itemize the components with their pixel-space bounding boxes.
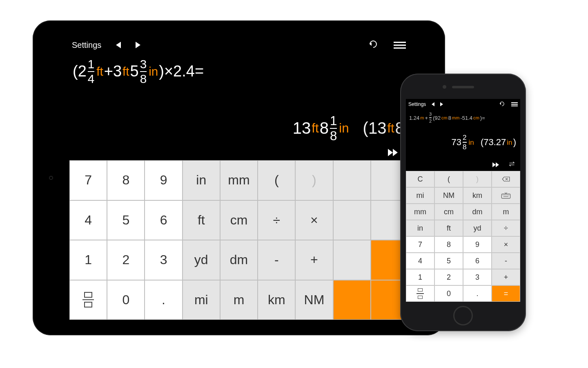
menu-icon[interactable] <box>394 42 406 49</box>
unit-in: in <box>338 121 350 136</box>
key-plus[interactable]: + <box>295 240 333 280</box>
iphone-device: Settings 1.24 m + 3 2 ( 92 cm <box>400 74 526 331</box>
expr-text: × <box>164 63 173 80</box>
key-3[interactable]: 3 <box>463 269 492 285</box>
nav-next-icon[interactable] <box>440 102 443 106</box>
key-plus[interactable]: + <box>492 269 520 285</box>
key-hidden[interactable] <box>333 200 371 240</box>
key-mm[interactable]: mm <box>406 204 434 220</box>
key-fraction[interactable] <box>406 285 434 302</box>
key-nm[interactable]: NM <box>295 280 333 320</box>
settings-button[interactable]: Settings <box>72 40 101 50</box>
key-backspace[interactable] <box>492 171 520 187</box>
expr-text: = <box>482 115 485 121</box>
key-7[interactable]: 7 <box>406 236 434 253</box>
key-mi[interactable]: mi <box>183 280 220 320</box>
key-cm[interactable]: cm <box>220 200 258 240</box>
key-2[interactable]: 2 <box>434 269 463 285</box>
fast-forward-icon[interactable] <box>492 162 499 167</box>
key-6[interactable]: 6 <box>463 253 492 269</box>
key-dm[interactable]: dm <box>463 204 492 220</box>
key-open-paren[interactable]: ( <box>258 160 295 200</box>
alt-result: ( <box>481 137 483 148</box>
result: 73 2 8 in ( 73.27 in ) <box>452 134 516 150</box>
key-0[interactable]: 0 <box>107 280 145 320</box>
key-close-paren[interactable]: ) <box>463 171 492 187</box>
iphone-home-button[interactable] <box>453 306 473 325</box>
key-cm[interactable]: cm <box>434 204 463 220</box>
key-0[interactable]: 0 <box>434 285 463 302</box>
key-1[interactable]: 1 <box>69 240 107 280</box>
key-3[interactable]: 3 <box>145 240 182 280</box>
key-fraction[interactable] <box>69 280 107 320</box>
key-decimal[interactable]: . <box>463 285 492 302</box>
key-nm[interactable]: NM <box>434 187 463 204</box>
key-in[interactable]: in <box>183 160 220 200</box>
key-decimal[interactable]: . <box>145 280 182 320</box>
key-ft[interactable]: ft <box>183 200 220 240</box>
key-2[interactable]: 2 <box>107 240 145 280</box>
key-mm[interactable]: mm <box>220 160 258 200</box>
key-4[interactable]: 4 <box>69 200 107 240</box>
key-multiply[interactable]: × <box>295 200 333 240</box>
key-9[interactable]: 9 <box>145 160 182 200</box>
expression: 1.24 m + 3 2 ( 92 cm 8 mm - 51.4 cm ) = <box>409 112 517 123</box>
key-5[interactable]: 5 <box>107 200 145 240</box>
alt-result: 73.27 <box>483 137 506 148</box>
menu-icon[interactable] <box>511 102 518 106</box>
fast-forward-icon[interactable] <box>388 149 398 156</box>
unit-cm: cm <box>472 115 480 120</box>
expr-text: ( <box>73 63 78 80</box>
ipad-screen: Settings ( 2 1 4 ft + 3 ft <box>69 36 408 320</box>
key-divide[interactable]: ÷ <box>492 220 520 236</box>
key-m[interactable]: m <box>492 204 520 220</box>
frac-num: 1 <box>330 114 337 127</box>
key-minus[interactable]: - <box>492 253 520 269</box>
key-8[interactable]: 8 <box>107 160 145 200</box>
key-multiply[interactable]: × <box>492 236 520 253</box>
key-open-paren[interactable]: ( <box>434 171 463 187</box>
expr-text: 92 <box>435 115 441 121</box>
key-7[interactable]: 7 <box>69 160 107 200</box>
key-hidden-orange[interactable] <box>333 280 371 320</box>
expr-text: 8 <box>448 115 451 121</box>
key-minus[interactable]: - <box>258 240 295 280</box>
settings-button[interactable]: Settings <box>408 101 426 107</box>
key-clear[interactable]: C <box>406 171 434 187</box>
key-4[interactable]: 4 <box>406 253 434 269</box>
alt-result: 13 <box>368 119 387 137</box>
key-9[interactable]: 9 <box>463 236 492 253</box>
key-6[interactable]: 6 <box>145 200 182 240</box>
key-5[interactable]: 5 <box>434 253 463 269</box>
key-1[interactable]: 1 <box>406 269 434 285</box>
key-yd[interactable]: yd <box>463 220 492 236</box>
expr-text: + <box>425 115 428 121</box>
key-equals[interactable]: = <box>492 285 520 302</box>
key-yd[interactable]: yd <box>183 240 220 280</box>
undo-icon[interactable] <box>499 101 506 108</box>
unit-in: in <box>468 138 475 147</box>
key-8[interactable]: 8 <box>434 236 463 253</box>
key-hidden[interactable] <box>333 240 371 280</box>
key-keyboard[interactable] <box>492 187 520 204</box>
backspace-icon <box>501 176 510 182</box>
key-close-paren[interactable]: ) <box>295 160 333 200</box>
fraction: 1 4 <box>88 58 94 85</box>
key-dm[interactable]: dm <box>220 240 258 280</box>
key-divide[interactable]: ÷ <box>258 200 295 240</box>
nav-next-icon[interactable] <box>136 42 140 48</box>
swap-icon[interactable] <box>509 161 516 168</box>
expr-text: 5 <box>130 63 139 80</box>
nav-prev-icon[interactable] <box>116 42 121 48</box>
key-mi[interactable]: mi <box>406 187 434 204</box>
ipad-home-button[interactable] <box>49 176 53 180</box>
key-km[interactable]: km <box>463 187 492 204</box>
key-m[interactable]: m <box>220 280 258 320</box>
key-hidden[interactable] <box>333 160 371 200</box>
result: 13 ft 8 1 8 in ( 13 ft 8 <box>293 114 404 142</box>
nav-prev-icon[interactable] <box>432 102 434 106</box>
key-ft[interactable]: ft <box>434 220 463 236</box>
undo-icon[interactable] <box>368 40 379 50</box>
key-in[interactable]: in <box>406 220 434 236</box>
key-km[interactable]: km <box>258 280 295 320</box>
